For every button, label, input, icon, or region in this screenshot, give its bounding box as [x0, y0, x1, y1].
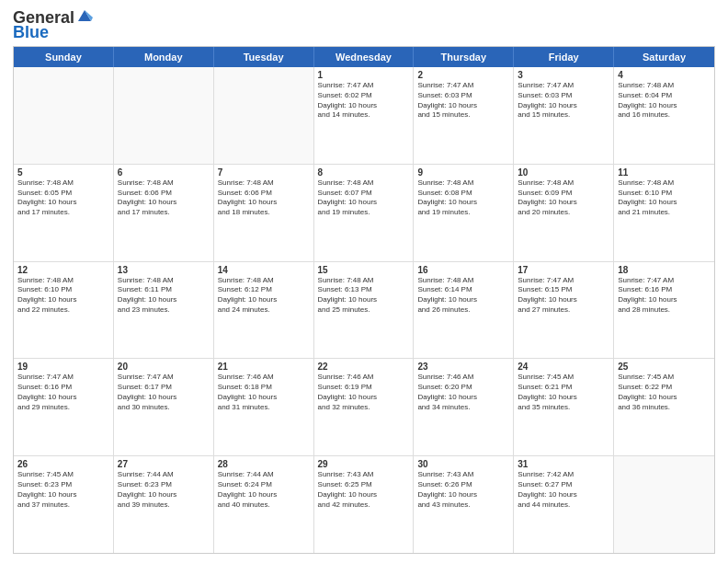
day-details: Sunrise: 7:48 AM Sunset: 6:09 PM Dayligh…	[518, 178, 609, 218]
calendar-row-5: 26Sunrise: 7:45 AM Sunset: 6:23 PM Dayli…	[14, 456, 714, 553]
day-details: Sunrise: 7:44 AM Sunset: 6:24 PM Dayligh…	[218, 470, 310, 510]
day-details: Sunrise: 7:48 AM Sunset: 6:07 PM Dayligh…	[318, 178, 410, 218]
day-number: 17	[518, 265, 609, 275]
calendar-cell-day-15: 15Sunrise: 7:48 AM Sunset: 6:13 PM Dayli…	[314, 262, 415, 359]
logo-blue-text: Blue	[13, 24, 49, 40]
calendar-cell-day-31: 31Sunrise: 7:42 AM Sunset: 6:27 PM Dayli…	[514, 456, 614, 553]
calendar-cell-day-13: 13Sunrise: 7:48 AM Sunset: 6:11 PM Dayli…	[114, 262, 214, 359]
day-number: 27	[118, 459, 210, 469]
day-number: 14	[218, 265, 310, 275]
day-number: 26	[17, 459, 109, 469]
calendar-cell-day-1: 1Sunrise: 7:47 AM Sunset: 6:02 PM Daylig…	[314, 67, 415, 164]
logo: General Blue	[13, 9, 93, 40]
header: General Blue	[13, 9, 715, 40]
header-cell-sunday: Sunday	[14, 47, 114, 67]
day-details: Sunrise: 7:47 AM Sunset: 6:03 PM Dayligh…	[417, 81, 509, 121]
calendar-cell-day-3: 3Sunrise: 7:47 AM Sunset: 6:03 PM Daylig…	[514, 67, 614, 164]
day-details: Sunrise: 7:47 AM Sunset: 6:15 PM Dayligh…	[518, 276, 609, 316]
calendar-cell-day-5: 5Sunrise: 7:48 AM Sunset: 6:05 PM Daylig…	[14, 165, 114, 261]
day-details: Sunrise: 7:46 AM Sunset: 6:18 PM Dayligh…	[218, 373, 310, 412]
day-number: 20	[118, 362, 210, 372]
day-details: Sunrise: 7:48 AM Sunset: 6:06 PM Dayligh…	[218, 178, 310, 218]
calendar-cell-day-4: 4Sunrise: 7:48 AM Sunset: 6:04 PM Daylig…	[614, 67, 714, 164]
day-details: Sunrise: 7:47 AM Sunset: 6:17 PM Dayligh…	[118, 373, 210, 412]
day-details: Sunrise: 7:48 AM Sunset: 6:12 PM Dayligh…	[218, 276, 310, 316]
calendar-row-2: 5Sunrise: 7:48 AM Sunset: 6:05 PM Daylig…	[14, 165, 714, 262]
day-details: Sunrise: 7:47 AM Sunset: 6:16 PM Dayligh…	[618, 276, 711, 316]
calendar-cell-day-6: 6Sunrise: 7:48 AM Sunset: 6:06 PM Daylig…	[114, 165, 214, 261]
day-details: Sunrise: 7:43 AM Sunset: 6:25 PM Dayligh…	[318, 470, 410, 510]
day-details: Sunrise: 7:47 AM Sunset: 6:03 PM Dayligh…	[518, 81, 609, 121]
calendar-cell-day-7: 7Sunrise: 7:48 AM Sunset: 6:06 PM Daylig…	[214, 165, 314, 261]
calendar-cell-day-24: 24Sunrise: 7:45 AM Sunset: 6:21 PM Dayli…	[514, 359, 614, 455]
calendar-cell-day-8: 8Sunrise: 7:48 AM Sunset: 6:07 PM Daylig…	[314, 165, 415, 261]
day-details: Sunrise: 7:42 AM Sunset: 6:27 PM Dayligh…	[518, 470, 609, 510]
header-cell-monday: Monday	[114, 47, 214, 67]
day-number: 19	[17, 362, 109, 372]
calendar-header-row: SundayMondayTuesdayWednesdayThursdayFrid…	[14, 47, 714, 67]
calendar-cell-day-2: 2Sunrise: 7:47 AM Sunset: 6:03 PM Daylig…	[414, 67, 514, 164]
day-details: Sunrise: 7:48 AM Sunset: 6:10 PM Dayligh…	[17, 276, 109, 316]
day-details: Sunrise: 7:48 AM Sunset: 6:05 PM Dayligh…	[17, 178, 109, 218]
day-number: 29	[318, 459, 410, 469]
day-details: Sunrise: 7:48 AM Sunset: 6:10 PM Dayligh…	[618, 178, 711, 218]
day-number: 23	[417, 362, 509, 372]
day-number: 9	[417, 167, 509, 178]
calendar-cell-day-28: 28Sunrise: 7:44 AM Sunset: 6:24 PM Dayli…	[214, 456, 314, 553]
calendar-body: 1Sunrise: 7:47 AM Sunset: 6:02 PM Daylig…	[14, 67, 714, 553]
calendar-cell-empty	[114, 67, 214, 164]
day-details: Sunrise: 7:48 AM Sunset: 6:14 PM Dayligh…	[417, 276, 509, 316]
day-details: Sunrise: 7:47 AM Sunset: 6:16 PM Dayligh…	[17, 373, 109, 412]
calendar-cell-day-30: 30Sunrise: 7:43 AM Sunset: 6:26 PM Dayli…	[414, 456, 514, 553]
day-details: Sunrise: 7:48 AM Sunset: 6:08 PM Dayligh…	[417, 178, 509, 218]
day-number: 24	[518, 362, 609, 372]
day-number: 31	[518, 459, 609, 469]
day-details: Sunrise: 7:46 AM Sunset: 6:19 PM Dayligh…	[318, 373, 410, 412]
calendar-row-1: 1Sunrise: 7:47 AM Sunset: 6:02 PM Daylig…	[14, 67, 714, 165]
calendar-cell-day-11: 11Sunrise: 7:48 AM Sunset: 6:10 PM Dayli…	[614, 165, 714, 261]
day-details: Sunrise: 7:45 AM Sunset: 6:22 PM Dayligh…	[618, 373, 711, 412]
day-details: Sunrise: 7:43 AM Sunset: 6:26 PM Dayligh…	[417, 470, 509, 510]
calendar-cell-day-22: 22Sunrise: 7:46 AM Sunset: 6:19 PM Dayli…	[314, 359, 415, 455]
calendar-cell-day-12: 12Sunrise: 7:48 AM Sunset: 6:10 PM Dayli…	[14, 262, 114, 359]
page: General Blue SundayMondayTuesdayWednesda…	[0, 0, 728, 563]
calendar: SundayMondayTuesdayWednesdayThursdayFrid…	[13, 46, 715, 554]
calendar-cell-day-20: 20Sunrise: 7:47 AM Sunset: 6:17 PM Dayli…	[114, 359, 214, 455]
day-number: 15	[318, 265, 410, 275]
header-cell-friday: Friday	[514, 47, 614, 67]
day-number: 8	[318, 167, 410, 178]
calendar-cell-empty	[214, 67, 314, 164]
calendar-row-4: 19Sunrise: 7:47 AM Sunset: 6:16 PM Dayli…	[14, 359, 714, 456]
calendar-cell-day-23: 23Sunrise: 7:46 AM Sunset: 6:20 PM Dayli…	[414, 359, 514, 455]
day-details: Sunrise: 7:46 AM Sunset: 6:20 PM Dayligh…	[417, 373, 509, 412]
calendar-cell-day-26: 26Sunrise: 7:45 AM Sunset: 6:23 PM Dayli…	[14, 456, 114, 553]
day-number: 11	[618, 167, 711, 178]
day-details: Sunrise: 7:47 AM Sunset: 6:02 PM Dayligh…	[318, 81, 410, 121]
day-number: 3	[518, 70, 609, 80]
calendar-cell-day-16: 16Sunrise: 7:48 AM Sunset: 6:14 PM Dayli…	[414, 262, 514, 359]
day-details: Sunrise: 7:48 AM Sunset: 6:13 PM Dayligh…	[318, 276, 410, 316]
day-details: Sunrise: 7:45 AM Sunset: 6:21 PM Dayligh…	[518, 373, 609, 412]
day-number: 25	[618, 362, 711, 372]
calendar-cell-day-9: 9Sunrise: 7:48 AM Sunset: 6:08 PM Daylig…	[414, 165, 514, 261]
calendar-cell-day-10: 10Sunrise: 7:48 AM Sunset: 6:09 PM Dayli…	[514, 165, 614, 261]
header-cell-thursday: Thursday	[414, 47, 514, 67]
header-cell-saturday: Saturday	[614, 47, 714, 67]
day-details: Sunrise: 7:44 AM Sunset: 6:23 PM Dayligh…	[118, 470, 210, 510]
day-details: Sunrise: 7:48 AM Sunset: 6:06 PM Dayligh…	[118, 178, 210, 218]
calendar-cell-day-21: 21Sunrise: 7:46 AM Sunset: 6:18 PM Dayli…	[214, 359, 314, 455]
day-number: 1	[318, 70, 410, 80]
calendar-cell-day-27: 27Sunrise: 7:44 AM Sunset: 6:23 PM Dayli…	[114, 456, 214, 553]
header-cell-tuesday: Tuesday	[214, 47, 314, 67]
calendar-cell-empty	[14, 67, 114, 164]
calendar-cell-day-18: 18Sunrise: 7:47 AM Sunset: 6:16 PM Dayli…	[614, 262, 714, 359]
calendar-cell-day-14: 14Sunrise: 7:48 AM Sunset: 6:12 PM Dayli…	[214, 262, 314, 359]
day-number: 4	[618, 70, 711, 80]
day-number: 2	[417, 70, 509, 80]
calendar-cell-empty	[614, 456, 714, 553]
day-number: 12	[17, 265, 109, 275]
calendar-cell-day-17: 17Sunrise: 7:47 AM Sunset: 6:15 PM Dayli…	[514, 262, 614, 359]
day-details: Sunrise: 7:45 AM Sunset: 6:23 PM Dayligh…	[17, 470, 109, 510]
day-number: 28	[218, 459, 310, 469]
day-details: Sunrise: 7:48 AM Sunset: 6:11 PM Dayligh…	[118, 276, 210, 316]
